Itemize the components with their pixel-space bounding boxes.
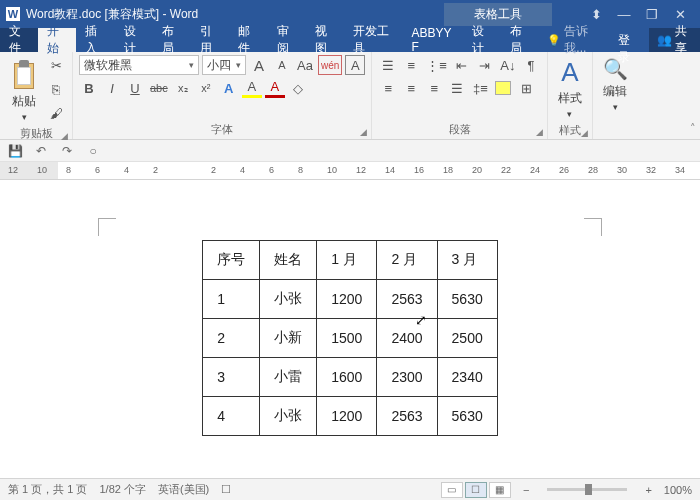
tab-view[interactable]: 视图 <box>306 28 344 52</box>
brush-icon: 🖌 <box>50 106 63 121</box>
font-size-select[interactable]: 小四▾ <box>202 55 246 75</box>
font-name-value: 微软雅黑 <box>84 57 132 74</box>
tab-file[interactable]: 文件 <box>0 28 38 52</box>
clear-format-button[interactable]: ◇ <box>288 78 308 98</box>
document-area[interactable]: 序号 姓名 1 月 2 月 3 月 1小张120025635630 2小新150… <box>0 180 700 480</box>
line-spacing-button[interactable]: ‡≡ <box>470 78 490 98</box>
tab-abbyy[interactable]: ABBYY F <box>402 28 463 52</box>
highlight-button[interactable]: A <box>242 78 262 98</box>
tab-review[interactable]: 审阅 <box>268 28 306 52</box>
text-effects-button[interactable]: A <box>219 78 239 98</box>
tab-home[interactable]: 开始 <box>38 28 76 52</box>
table-header[interactable]: 姓名 <box>260 241 317 280</box>
sort-button[interactable]: A↓ <box>498 55 518 75</box>
copy-icon: ⎘ <box>52 82 60 97</box>
numbering-button[interactable]: ≡ <box>401 55 421 75</box>
ribbon: 粘贴 ▾ ✂ ⎘ 🖌 剪贴板◢ 微软雅黑▾ 小四▾ A A Aa wén A <box>0 52 700 140</box>
strike-button[interactable]: abc <box>148 78 170 98</box>
page-status[interactable]: 第 1 页，共 1 页 <box>8 482 87 497</box>
ime-status[interactable]: ☐ <box>221 483 231 496</box>
tab-insert[interactable]: 插入 <box>76 28 114 52</box>
font-color-button[interactable]: A <box>265 78 285 98</box>
show-marks-button[interactable]: ¶ <box>521 55 541 75</box>
status-bar: 第 1 页，共 1 页 1/82 个字 英语(美国) ☐ ▭ ☐ ▦ − + 1… <box>0 478 700 500</box>
editing-button[interactable]: 🔍 编辑 ▾ <box>599 55 632 114</box>
dialog-launcher-icon[interactable]: ◢ <box>360 127 367 137</box>
read-mode-button[interactable]: ▭ <box>441 482 463 498</box>
margin-corner-icon <box>98 218 116 236</box>
underline-button[interactable]: U <box>125 78 145 98</box>
paste-button[interactable]: 粘贴 ▾ <box>6 55 42 124</box>
tab-references[interactable]: 引用 <box>191 28 229 52</box>
minimize-icon[interactable]: — <box>610 7 638 22</box>
copy-button[interactable]: ⎘ <box>46 79 66 99</box>
borders-button[interactable]: ⊞ <box>516 78 536 98</box>
shrink-font-button[interactable]: A <box>272 55 292 75</box>
zoom-in-button[interactable]: + <box>645 484 651 496</box>
cut-button[interactable]: ✂ <box>46 55 66 75</box>
web-layout-button[interactable]: ▦ <box>489 482 511 498</box>
word-count[interactable]: 1/82 个字 <box>99 482 145 497</box>
collapse-ribbon-icon[interactable]: ˄ <box>686 52 700 139</box>
signin-button[interactable]: 登录 <box>608 28 648 52</box>
table-header[interactable]: 2 月 <box>377 241 437 280</box>
bold-button[interactable]: B <box>79 78 99 98</box>
tab-design[interactable]: 设计 <box>115 28 153 52</box>
language-status[interactable]: 英语(美国) <box>158 482 209 497</box>
margin-corner-icon <box>584 218 602 236</box>
paste-label: 粘贴 <box>12 93 36 110</box>
slider-thumb-icon[interactable] <box>585 484 592 495</box>
zoom-level[interactable]: 100% <box>664 484 692 496</box>
indent-right-button[interactable]: ⇥ <box>475 55 495 75</box>
italic-button[interactable]: I <box>102 78 122 98</box>
font-size-value: 小四 <box>207 57 231 74</box>
horizontal-ruler[interactable]: 12108642246810121416182022242628303234 <box>0 162 700 180</box>
eraser-icon: ◇ <box>293 81 303 96</box>
indent-left-button[interactable]: ⇤ <box>452 55 472 75</box>
grow-font-button[interactable]: A <box>249 55 269 75</box>
zoom-out-button[interactable]: − <box>523 484 529 496</box>
font-name-select[interactable]: 微软雅黑▾ <box>79 55 199 75</box>
ruler-tick: 12 <box>8 165 18 175</box>
multilevel-button[interactable]: ⋮≡ <box>424 55 449 75</box>
share-button[interactable]: 👥共享 <box>649 28 700 52</box>
tab-table-layout[interactable]: 布局 <box>501 28 539 52</box>
tell-me[interactable]: 💡告诉我... <box>539 28 608 52</box>
justify-button[interactable]: ☰ <box>447 78 467 98</box>
styles-button[interactable]: A 样式 ▾ <box>554 55 586 121</box>
char-border-button[interactable]: A <box>345 55 365 75</box>
table-header[interactable]: 3 月 <box>437 241 497 280</box>
save-button[interactable]: 💾 <box>6 142 24 160</box>
ruler-tick: 30 <box>617 165 627 175</box>
table-row: 1小张120025635630 <box>203 280 497 319</box>
superscript-button[interactable]: x² <box>196 78 216 98</box>
tab-table-design[interactable]: 设计 <box>463 28 501 52</box>
align-left-button[interactable]: ≡ <box>378 78 398 98</box>
dialog-launcher-icon[interactable]: ◢ <box>536 127 543 137</box>
data-table[interactable]: 序号 姓名 1 月 2 月 3 月 1小张120025635630 2小新150… <box>202 240 497 436</box>
redo-button[interactable]: ↷ <box>58 142 76 160</box>
close-icon[interactable]: ✕ <box>666 7 694 22</box>
dialog-launcher-icon[interactable]: ◢ <box>61 131 68 141</box>
align-right-button[interactable]: ≡ <box>424 78 444 98</box>
restore-icon[interactable]: ❐ <box>638 7 666 22</box>
bullets-button[interactable]: ☰ <box>378 55 398 75</box>
table-header[interactable]: 1 月 <box>317 241 377 280</box>
tab-developer[interactable]: 开发工具 <box>344 28 402 52</box>
format-painter-button[interactable]: 🖌 <box>46 103 66 123</box>
shading-button[interactable] <box>493 78 513 98</box>
ribbon-options-icon[interactable]: ⬍ <box>582 7 610 22</box>
undo-button[interactable]: ↶ <box>32 142 50 160</box>
subscript-button[interactable]: x₂ <box>173 78 193 98</box>
tab-mailings[interactable]: 邮件 <box>229 28 267 52</box>
tab-layout[interactable]: 布局 <box>153 28 191 52</box>
print-layout-button[interactable]: ☐ <box>465 482 487 498</box>
zoom-slider[interactable] <box>547 488 627 491</box>
repeat-button[interactable]: ○ <box>84 142 102 160</box>
contextual-tab-label: 表格工具 <box>444 3 552 26</box>
change-case-button[interactable]: Aa <box>295 55 315 75</box>
dialog-launcher-icon[interactable]: ◢ <box>581 128 588 138</box>
align-center-button[interactable]: ≡ <box>401 78 421 98</box>
table-header[interactable]: 序号 <box>203 241 260 280</box>
phonetic-guide-button[interactable]: wén <box>318 55 342 75</box>
